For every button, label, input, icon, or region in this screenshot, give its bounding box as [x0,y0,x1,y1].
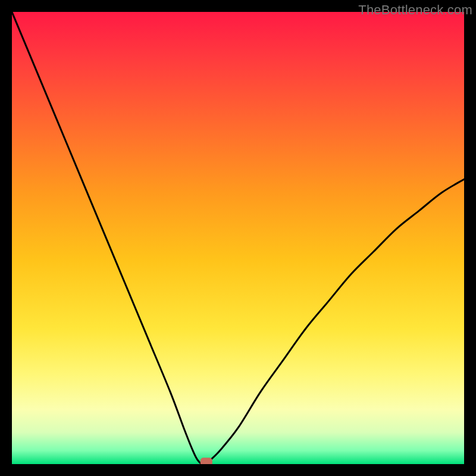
bottleneck-chart [12,12,464,464]
chart-frame [12,12,464,464]
minimum-marker [201,458,212,464]
chart-gradient-background [12,12,464,464]
watermark-text: TheBottleneck.com [358,2,472,18]
